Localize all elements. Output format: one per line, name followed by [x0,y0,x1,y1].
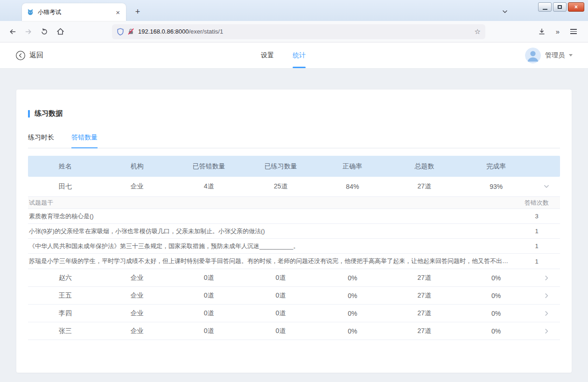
table-header-row: 姓名 机构 已答错数量 已练习数量 正确率 总题数 完成率 [28,156,560,177]
detail-question-header: 试题题干 [29,199,53,207]
cell-completion: 0% [459,274,533,282]
table-row[interactable]: 李四 企业 0道 0道 0% 27道 0% [28,305,560,322]
table-row[interactable]: 田七 企业 4道 25道 84% 27道 93% [28,177,560,197]
cell-wrong: 0道 [172,309,246,318]
browser-titlebar: 小猫考试 × + × [0,0,588,21]
user-dropdown-caret-icon [569,54,573,56]
cell-org: 企业 [103,274,172,282]
statistics-card: 练习数据 练习时长 答错数量 姓名 机构 已答错数量 已练习数量 正确率 总题数… [16,90,572,373]
window-close-button[interactable]: × [568,2,584,12]
tab-statistics[interactable]: 统计 [293,42,306,68]
cell-practiced: 25道 [246,182,315,191]
cell-practiced: 0道 [246,309,315,318]
forward-button[interactable] [21,24,36,39]
expand-chevron-icon[interactable] [543,328,550,334]
reload-button[interactable] [36,24,52,39]
cell-name: 李四 [28,309,103,318]
avatar [525,48,541,63]
back-button[interactable] [5,24,21,39]
card-tabs: 练习时长 答错数量 [28,129,560,148]
cell-org: 企业 [103,309,172,318]
wrong-count: 3 [513,213,560,220]
cell-completion: 0% [459,292,533,299]
window-maximize-button[interactable] [553,2,567,12]
page-content: 练习数据 练习时长 答错数量 姓名 机构 已答错数量 已练习数量 正确率 总题数… [0,69,588,382]
downloads-icon[interactable] [534,24,550,39]
detail-row: 素质教育理念的核心是() 3 [28,209,560,224]
section-title: 练习数据 [28,109,560,118]
cell-name: 田七 [28,182,103,191]
expand-chevron-icon[interactable] [543,292,550,299]
column-header-total: 总题数 [390,162,459,171]
app-menu-icon[interactable] [566,24,581,39]
cell-total: 27道 [390,292,459,300]
column-header-org: 机构 [103,162,172,171]
url-path: /exer/statis/1 [189,28,223,35]
expand-chevron-icon[interactable] [543,275,550,281]
column-header-wrong: 已答错数量 [172,162,246,171]
detail-count-header: 答错次数 [513,199,560,207]
expand-chevron-icon[interactable] [543,310,550,317]
wrong-count: 1 [513,258,560,265]
browser-tab[interactable]: 小猫考试 × [22,3,126,21]
section-title-text: 练习数据 [35,109,63,118]
accent-bar [28,110,30,118]
tab-title: 小猫考试 [38,8,114,16]
tab-list-chevron-icon[interactable] [499,7,511,16]
cell-name: 王五 [28,292,103,300]
detail-row: 《中华人民共和国未成年保护法》第三十三条规定，国家采取措施，预防未成年人沉迷__… [28,239,560,254]
cell-org: 企业 [103,292,172,300]
column-header-completion: 完成率 [459,162,533,171]
navbar-right-icons: » [534,24,583,39]
new-tab-button[interactable]: + [132,6,144,18]
collapse-chevron-icon[interactable] [543,183,550,190]
home-button[interactable] [52,24,68,39]
back-link[interactable]: 返回 [15,50,43,61]
cell-practiced: 0道 [246,292,315,300]
cell-total: 27道 [390,309,459,318]
page-header: 返回 设置 统计 管理员 [0,42,588,69]
back-label: 返回 [29,51,43,60]
cell-accuracy: 0% [315,310,390,317]
bookmark-star-icon[interactable]: ☆ [475,28,481,36]
cell-name: 赵六 [28,274,103,282]
wrong-count: 1 [513,228,560,235]
url-bar[interactable]: 192.168.0.86:8000/exer/statis/1 ☆ [112,24,485,39]
browser-navbar: 192.168.0.86:8000/exer/statis/1 ☆ » [0,21,588,42]
table-row[interactable]: 赵六 企业 0道 0道 0% 27道 0% [28,269,560,287]
cell-wrong: 4道 [172,182,246,191]
cell-total: 27道 [390,327,459,335]
tab-close-icon[interactable]: × [114,8,121,16]
window-minimize-button[interactable] [538,2,552,12]
cell-total: 27道 [390,182,459,191]
cell-org: 企业 [103,182,172,191]
url-text: 192.168.0.86:8000/exer/statis/1 [138,28,223,35]
cell-wrong: 0道 [172,327,246,335]
column-header-accuracy: 正确率 [315,162,390,171]
user-name: 管理员 [545,51,565,60]
overflow-menu-icon[interactable]: » [550,24,566,39]
detail-header-row: 试题题干 答错次数 [28,197,560,209]
shield-icon[interactable] [117,28,124,35]
user-menu[interactable]: 管理员 [525,48,573,63]
statistics-table: 姓名 机构 已答错数量 已练习数量 正确率 总题数 完成率 田七 企业 4道 2… [28,156,560,340]
window-controls: × [538,2,584,12]
tab-settings[interactable]: 设置 [261,42,274,68]
detail-row: 小张(9岁)的父亲经常在家吸烟，小张也常模仿吸几口，父亲未加制止。小张父亲的做法… [28,224,560,239]
cell-completion: 0% [459,327,533,335]
tab-practice-duration[interactable]: 练习时长 [28,129,54,148]
cell-practiced: 0道 [246,274,315,282]
url-host: 192.168.0.86:8000 [138,28,189,35]
detail-row: 苏瑞是小学三年级的学生，平时学习成绩不太好，但上课时特别爱举手回答问题。有的时候… [28,254,560,269]
site-favicon-icon [27,8,34,16]
column-header-practiced: 已练习数量 [246,162,315,171]
table-row[interactable]: 张三 企业 0道 0道 0% 27道 0% [28,322,560,340]
tab-wrong-count[interactable]: 答错数量 [71,129,98,148]
insecure-lock-icon[interactable] [127,28,134,35]
question-text: 苏瑞是小学三年级的学生，平时学习成绩不太好，但上课时特别爱举手回答问题。有的时候… [28,257,513,265]
cell-accuracy: 0% [315,292,390,299]
cell-accuracy: 84% [315,183,390,190]
table-row[interactable]: 王五 企业 0道 0道 0% 27道 0% [28,287,560,305]
question-text: 《中华人民共和国未成年保护法》第三十三条规定，国家采取措施，预防未成年人沉迷__… [28,242,513,250]
question-text: 素质教育理念的核心是() [28,212,513,221]
